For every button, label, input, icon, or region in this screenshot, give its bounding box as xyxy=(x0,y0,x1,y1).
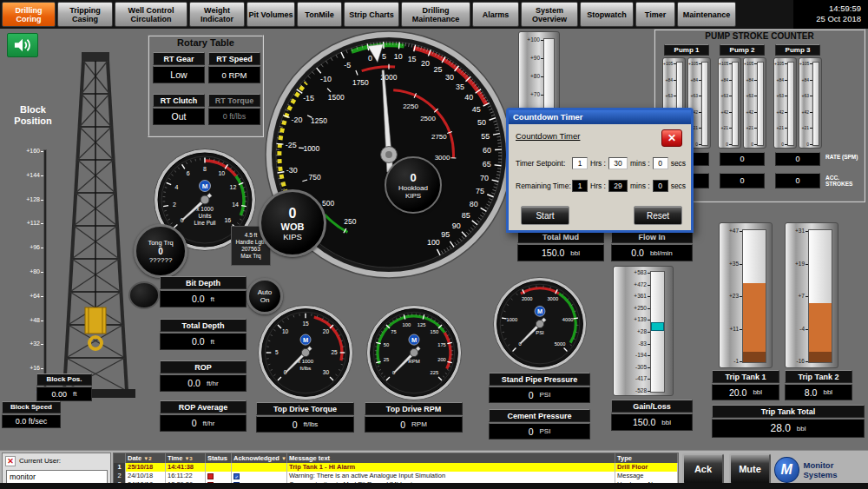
top-drive-torque-label: Top Drive Torque xyxy=(256,402,354,415)
gauge-tick-label: +361 xyxy=(614,293,647,300)
mins-label-2: mins : xyxy=(630,182,650,190)
gauge-tick-label: +80 xyxy=(519,73,540,80)
gauge-tick-label: 0 xyxy=(774,141,784,148)
column-header-date[interactable]: Date▼2 xyxy=(126,453,166,463)
setpoint-hours-field[interactable]: 1 xyxy=(572,157,588,169)
tab-tonmile[interactable]: TonMile xyxy=(297,2,342,27)
dialog-heading-link[interactable]: Countdown Timer xyxy=(516,131,580,141)
svg-text:250: 250 xyxy=(344,217,356,226)
gauge-tick-label: +96 xyxy=(21,244,40,251)
trip-tank-2-value: 8.0 bbl xyxy=(785,384,852,400)
column-header-status[interactable]: Status xyxy=(206,453,232,463)
top-drive-rpm-number: 0 xyxy=(400,420,405,430)
tab-pit-volumes[interactable]: Pit Volumes xyxy=(247,2,295,27)
gauge-tick-label: +100 xyxy=(519,36,540,43)
mute-button[interactable]: Mute xyxy=(729,453,771,485)
trip-tank-1-unit: bbl xyxy=(753,388,762,396)
setpoint-mins-field[interactable]: 30 xyxy=(608,157,628,169)
gauge-tick-label: +48 xyxy=(21,317,40,324)
pump-2-rate-value: 0 xyxy=(720,152,765,166)
start-button[interactable]: Start xyxy=(521,206,569,225)
current-user-label: Current User: xyxy=(19,457,61,465)
gauge-tick-label: +105 xyxy=(688,60,698,67)
alarm-row[interactable]: 224/10/1816:11:22✓Warning: There is an a… xyxy=(114,472,678,480)
setpoint-secs-field[interactable]: 0 xyxy=(653,157,668,169)
tab-weight-indicator[interactable]: Weight Indicator xyxy=(189,2,245,27)
svg-text:6: 6 xyxy=(187,170,190,176)
ack-button[interactable]: Ack xyxy=(682,453,724,485)
column-header-acknowledged[interactable]: Acknowledged▼1 xyxy=(232,453,287,463)
pump-3-stroke-gauge-b: +105+84+63+42+210 xyxy=(799,57,822,149)
tab-well-control-circulation[interactable]: Well Control Circulation xyxy=(115,2,187,27)
block-pos-label: Block Pos. xyxy=(36,373,92,386)
rt-torque-label: RT Torque xyxy=(208,94,260,107)
tab-system-overview[interactable]: System Overview xyxy=(521,2,578,27)
dialog-titlebar[interactable]: Countdown Timer xyxy=(509,110,691,124)
gauge-tick-label: +21 xyxy=(774,124,784,131)
block-pos-unit: ft xyxy=(73,390,76,398)
svg-text:4000: 4000 xyxy=(562,317,574,322)
top-drive-rpm-value: 0 RPM xyxy=(365,416,463,433)
gauge-tick-label: +21 xyxy=(744,124,753,131)
total-mud-value: 150.0 bbl xyxy=(517,244,604,261)
gauge-tick-label: +23 xyxy=(720,293,739,300)
svg-text:2000: 2000 xyxy=(522,296,533,301)
tab-tripping-casing[interactable]: Tripping Casing xyxy=(57,2,113,27)
rop-unit: ft/hr xyxy=(207,380,219,387)
gauge-tick-label: +42 xyxy=(744,109,753,116)
tab-drilling-coring[interactable]: Drilling Coring xyxy=(2,2,56,27)
svg-text:65: 65 xyxy=(483,160,491,169)
gauge-track xyxy=(650,271,665,393)
svg-text:1500: 1500 xyxy=(328,93,345,102)
alarm-row[interactable]: 125/10/1814:41:38Trip Tank 1 - Hi AlarmD… xyxy=(114,463,678,472)
current-user-input[interactable] xyxy=(6,470,108,484)
indicator-circle xyxy=(128,281,160,309)
tab-drilling-maintenance[interactable]: Drilling Maintenance xyxy=(401,2,470,27)
svg-text:100: 100 xyxy=(403,322,411,327)
gauge-tick-label: +84 xyxy=(719,76,728,83)
svg-text:5000: 5000 xyxy=(555,341,566,347)
handle-line-3: 207563 xyxy=(241,246,260,253)
gauge-tick-label: +90 xyxy=(519,55,540,62)
gauge-tick-label: -1 xyxy=(720,358,739,365)
tong-torque-label: Tong Trq xyxy=(148,239,173,247)
remaining-mins-field: 29 xyxy=(608,180,628,192)
rt-clutch-value: Out xyxy=(153,108,205,125)
tab-stopwatch[interactable]: Stopwatch xyxy=(580,2,634,27)
svg-text:45: 45 xyxy=(472,105,481,114)
svg-text:16: 16 xyxy=(224,217,231,223)
rt-torque-value: 0 ft/lbs xyxy=(208,108,260,125)
bit-depth-number: 0.0 xyxy=(192,294,205,304)
secs-label: secs xyxy=(671,159,686,168)
svg-text:25: 25 xyxy=(384,357,389,362)
column-header-time[interactable]: Time▼3 xyxy=(166,453,206,463)
cement-pressure-number: 0 xyxy=(529,426,534,437)
block-speed-value: 0.0 ft/sec xyxy=(2,414,61,428)
audio-mute-button[interactable] xyxy=(7,33,38,57)
rop-average-label: ROP Average xyxy=(160,400,247,413)
cement-pressure-unit: PSI xyxy=(539,427,550,435)
svg-text:RPM: RPM xyxy=(408,359,419,364)
rop-number: 0.0 xyxy=(187,378,201,388)
column-header-message-text[interactable]: Message text xyxy=(287,453,615,463)
bottom-strip xyxy=(0,483,868,489)
tab-maintenance[interactable]: Maintenance xyxy=(677,2,736,27)
tab-alarms[interactable]: Alarms xyxy=(472,2,519,27)
pump-2-stroke-gauge-b: +105+84+63+42+210 xyxy=(743,57,766,149)
tab-strip-charts[interactable]: Strip Charts xyxy=(344,2,399,27)
close-icon[interactable]: ✕ xyxy=(661,129,682,147)
svg-text:-25: -25 xyxy=(286,141,297,149)
svg-text:2250: 2250 xyxy=(403,102,418,110)
rop-label: ROP xyxy=(160,360,247,373)
gauge-tick-label: +84 xyxy=(688,76,698,83)
pump-3-label: Pump 3 xyxy=(775,44,820,56)
column-header-type[interactable]: Type xyxy=(615,453,678,463)
reset-button[interactable]: Reset xyxy=(634,206,682,225)
acknowledged-icon: ✓ xyxy=(233,473,240,479)
logo-text: Monitor Systems xyxy=(804,460,866,479)
remaining-time-label: Remaining Time: xyxy=(516,182,569,190)
gauge-tick-label: +105 xyxy=(719,60,728,67)
hookload-readout: 0 Hookload KIPS xyxy=(385,156,442,214)
stand-pipe-unit: PSI xyxy=(539,391,550,399)
tab-timer[interactable]: Timer xyxy=(635,2,675,27)
